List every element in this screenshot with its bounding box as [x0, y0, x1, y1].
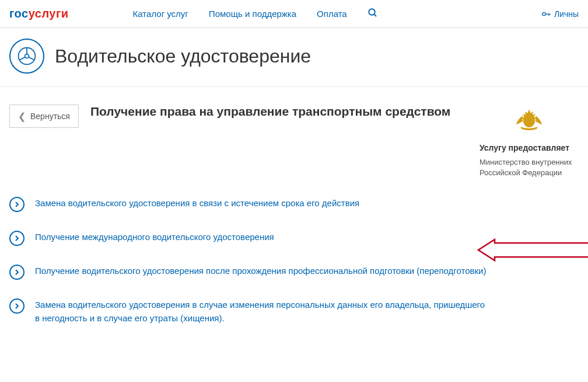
emblem-icon	[513, 105, 545, 133]
chevron-right-icon[interactable]	[9, 231, 24, 246]
logo[interactable]: госуслуги	[9, 7, 69, 20]
service-link-3[interactable]: Замена водительского удостоверения в слу…	[35, 298, 490, 325]
personal-link[interactable]: Личны	[541, 9, 579, 19]
steering-wheel-icon	[9, 39, 44, 74]
nav-help[interactable]: Помощь и поддержка	[209, 9, 296, 19]
service-item: Замена водительского удостоверения в свя…	[9, 187, 579, 221]
main-column: Получение права на управление транспортн…	[90, 105, 468, 178]
chevron-left-icon: ❮	[18, 111, 26, 122]
header: госуслуги Каталог услуг Помощь и поддерж…	[0, 0, 588, 28]
svg-point-0	[369, 9, 375, 15]
provider-column: Услугу предоставляет Министерство внутре…	[480, 105, 579, 178]
search-icon[interactable]	[368, 8, 378, 20]
svg-line-1	[374, 14, 376, 16]
svg-line-10	[29, 57, 34, 60]
service-link-0[interactable]: Замена водительского удостоверения в свя…	[35, 197, 359, 210]
key-icon	[541, 9, 551, 19]
services-list: Замена водительского удостоверения в свя…	[0, 178, 588, 357]
page-title: Водительское удостоверение	[55, 46, 311, 67]
chevron-right-icon[interactable]	[9, 265, 24, 280]
top-nav: Каталог услуг Помощь и поддержка Оплата	[133, 8, 378, 20]
svg-point-2	[542, 12, 545, 15]
chevron-right-icon[interactable]	[9, 197, 24, 212]
provider-label: Услугу предоставляет	[480, 143, 579, 152]
chevron-right-icon[interactable]	[9, 298, 24, 314]
service-item: Замена водительского удостоверения в слу…	[9, 289, 579, 334]
provider-name: Министерство внутренних Российской Федер…	[480, 157, 579, 178]
page-title-bar: Водительское удостоверение	[0, 28, 588, 87]
nav-payment[interactable]: Оплата	[317, 9, 347, 19]
subtitle: Получение права на управление транспортн…	[90, 105, 468, 119]
personal-label: Личны	[554, 9, 579, 19]
arrow-annotation	[477, 238, 588, 262]
svg-line-9	[19, 57, 25, 60]
content: ❮ Вернуться Получение права на управлени…	[0, 87, 588, 178]
back-button[interactable]: ❮ Вернуться	[9, 105, 79, 128]
service-link-2[interactable]: Получение водительского удостоверения по…	[35, 265, 486, 278]
logo-part2: услуги	[29, 7, 69, 20]
svg-point-7	[25, 54, 29, 58]
service-link-1[interactable]: Получение международного водительского у…	[35, 231, 274, 244]
back-label: Вернуться	[30, 112, 70, 121]
logo-part1: гос	[9, 7, 29, 20]
nav-catalog[interactable]: Каталог услуг	[133, 9, 188, 19]
